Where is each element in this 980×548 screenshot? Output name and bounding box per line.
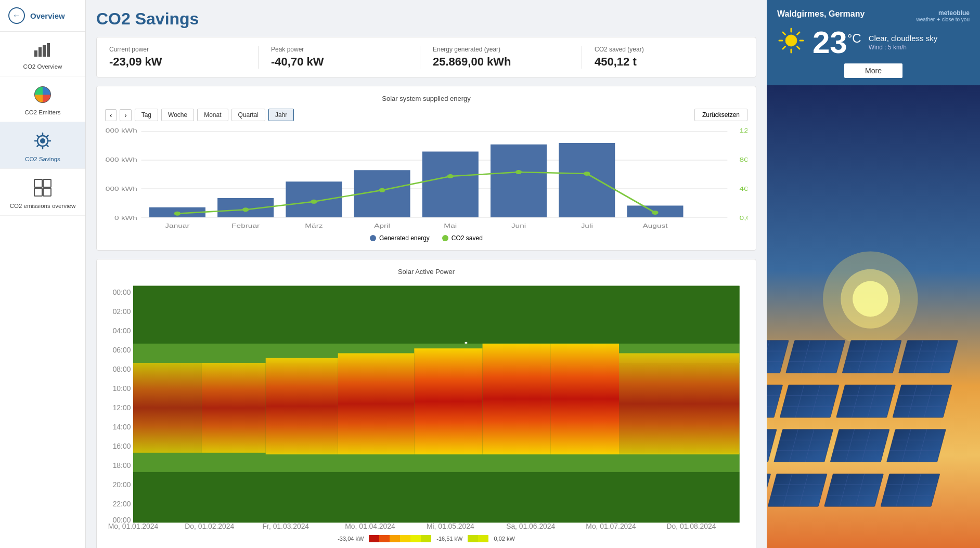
svg-point-87 (853, 281, 888, 317)
co2-savings-icon (33, 132, 52, 153)
overview-label: Overview (30, 11, 65, 20)
svg-point-14 (40, 138, 45, 143)
svg-text:16:00: 16:00 (113, 442, 131, 450)
svg-text:120,0t: 120,0t (740, 128, 747, 134)
svg-text:12:00: 12:00 (113, 403, 131, 412)
stat-current-power-label: Current power (109, 46, 246, 53)
bar-juni (491, 145, 547, 217)
heatmap-panel: Solar Active Power 00:00 02:00 04:00 06:… (96, 259, 756, 548)
back-icon[interactable]: ← (8, 7, 25, 24)
svg-text:Februar: Februar (231, 223, 260, 229)
svg-text:2000 kWh: 2000 kWh (105, 186, 137, 192)
co2-emissions-icon (33, 178, 52, 200)
svg-line-11 (47, 145, 48, 147)
weather-top: Waldgirmes, Germany meteoblue weather ✦ … (777, 9, 970, 22)
co2-dot-jun (515, 170, 522, 174)
svg-line-80 (783, 32, 785, 35)
right-panel: Waldgirmes, Germany meteoblue weather ✦ … (767, 0, 980, 548)
temperature-unit: °C (847, 31, 861, 46)
co2-emitters-icon (34, 86, 51, 106)
sidebar-overview-item[interactable]: ← Overview (0, 0, 85, 32)
svg-text:00:00: 00:00 (113, 288, 131, 296)
svg-rect-53 (133, 286, 740, 344)
stat-energy-generated: Energy generated (year) 25.869,00 kWh (420, 46, 582, 69)
svg-rect-57 (133, 363, 201, 453)
svg-rect-56 (133, 453, 740, 472)
co2-overview-icon (33, 41, 52, 60)
heatmap-legend: -33,04 kW -16,51 kW 0,02 kW (105, 535, 747, 542)
svg-text:April: April (374, 223, 390, 229)
sidebar-item-co2-emissions[interactable]: CO2 emissions overview (0, 169, 85, 216)
sidebar-item-co2-overview[interactable]: CO2 Overview (0, 32, 85, 76)
co2-dot-mar (311, 200, 317, 204)
co2-dot-aug (652, 211, 658, 215)
svg-text:18:00: 18:00 (113, 461, 131, 469)
page-title: CO2 Savings (96, 9, 756, 29)
legend-generated-energy: Generated energy (370, 234, 430, 242)
svg-text:14:00: 14:00 (113, 423, 131, 431)
period-jahr-button[interactable]: Jahr (268, 109, 294, 121)
co2-dot-jul (584, 172, 590, 176)
chart-legend: Generated energy CO2 saved (105, 234, 747, 242)
svg-rect-118 (836, 385, 896, 417)
reset-button[interactable]: Zurücksetzen (694, 109, 747, 121)
meteoblue-brand: meteoblue (917, 9, 970, 17)
prev-period-button[interactable]: ‹ (105, 109, 117, 121)
meteoblue-logo: meteoblue weather ✦ close to you (917, 9, 970, 22)
stat-co2-saved: CO2 saved (year) 450,12 t (582, 46, 743, 69)
stat-peak-power: Peak power -40,70 kW (259, 46, 420, 69)
weather-main: 23 °C Clear, cloudless sky Wind : 5 km/h (777, 27, 970, 58)
svg-rect-158 (824, 474, 884, 506)
period-monat-button[interactable]: Monat (197, 109, 228, 121)
svg-text:10:00: 10:00 (113, 384, 131, 393)
period-woche-button[interactable]: Woche (161, 109, 194, 121)
svg-rect-0 (34, 50, 37, 57)
heatmap-svg: 00:00 02:00 04:00 06:00 08:00 10:00 12:0… (105, 282, 747, 531)
svg-line-82 (797, 32, 800, 35)
svg-rect-17 (34, 188, 42, 196)
svg-rect-103 (899, 341, 958, 373)
svg-text:6000 kWh: 6000 kWh (105, 128, 137, 134)
svg-text:Mo, 01.07.2024: Mo, 01.07.2024 (586, 522, 636, 530)
svg-text:März: März (305, 223, 323, 229)
bar-chart-panel: Solar system supplied energy ‹ › Tag Woc… (96, 86, 756, 251)
solar-image-svg (767, 85, 980, 548)
bar-chart-area: 6000 kWh 4000 kWh 2000 kWh 0 kWh 120,0t … (105, 126, 747, 230)
next-period-button[interactable]: › (120, 109, 131, 121)
svg-rect-62 (483, 344, 551, 454)
stat-peak-power-value: -40,70 kW (271, 55, 407, 69)
stat-energy-generated-label: Energy generated (year) (433, 46, 569, 53)
sidebar-item-co2-emitters[interactable]: CO2 Emitters (0, 76, 85, 122)
legend-co2-saved-label: CO2 saved (452, 234, 483, 242)
svg-rect-163 (881, 474, 940, 506)
svg-text:Juli: Juli (581, 223, 593, 229)
svg-text:August: August (642, 223, 667, 229)
weather-more-button[interactable]: More (844, 63, 902, 78)
period-quartal-button[interactable]: Quartal (231, 109, 265, 121)
svg-rect-54 (133, 472, 740, 523)
temperature-display: 23 °C (813, 27, 861, 58)
co2-dot-apr (379, 188, 385, 192)
svg-text:0,0t: 0,0t (740, 215, 747, 221)
svg-rect-143 (887, 429, 946, 462)
stat-co2-saved-value: 450,12 t (595, 55, 731, 69)
svg-rect-61 (414, 348, 482, 454)
svg-rect-123 (893, 385, 952, 417)
sidebar: ← Overview CO2 Overview CO2 Emitters (0, 0, 86, 548)
period-tag-button[interactable]: Tag (135, 109, 158, 121)
sidebar-item-co2-emissions-label: CO2 emissions overview (10, 203, 76, 209)
svg-rect-2 (43, 45, 46, 57)
svg-line-83 (783, 47, 785, 49)
legend-co2-saved: CO2 saved (442, 234, 483, 242)
chart-controls: ‹ › Tag Woche Monat Quartal Jahr Zurücks… (105, 109, 747, 121)
svg-rect-98 (842, 341, 901, 373)
svg-rect-59 (266, 358, 338, 454)
svg-text:0 kWh: 0 kWh (114, 215, 137, 221)
main-content: CO2 Savings Current power -23,09 kW Peak… (86, 0, 767, 548)
svg-line-13 (37, 145, 39, 147)
svg-rect-133 (774, 429, 833, 462)
sidebar-item-co2-savings[interactable]: CO2 Savings (0, 122, 85, 169)
svg-rect-16 (43, 179, 51, 187)
svg-text:80,0t: 80,0t (740, 157, 747, 163)
svg-rect-3 (47, 43, 50, 57)
